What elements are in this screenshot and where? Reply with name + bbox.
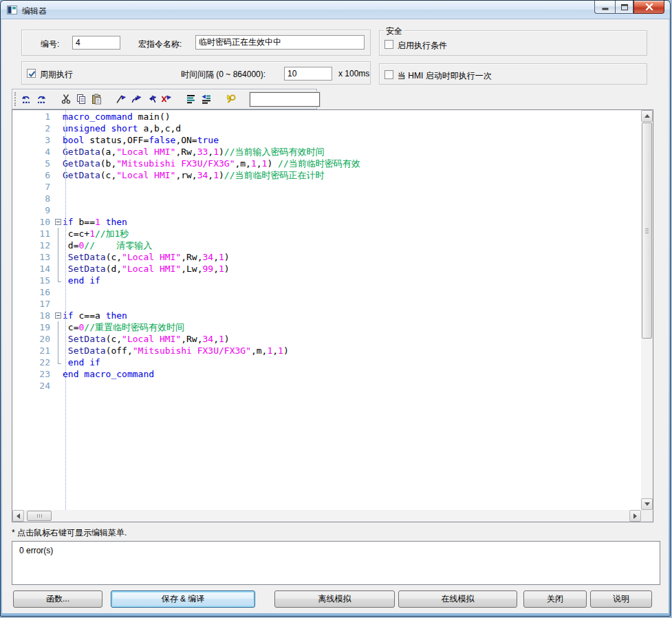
- line-number: 16: [12, 286, 50, 298]
- help-button[interactable]: 说明: [590, 590, 652, 608]
- line-number: 22: [12, 356, 50, 368]
- horizontal-scroll-thumb[interactable]: [27, 511, 52, 521]
- minimize-button[interactable]: [594, 1, 615, 14]
- run-on-startup-checkbox[interactable]: [384, 70, 393, 79]
- code-line[interactable]: 16: [12, 286, 641, 298]
- code-text: GetData(a,"Local HMI",Rw,33,1)//当前输入密码有效…: [63, 146, 324, 158]
- code-text: c=0//重置临时密码有效时间: [63, 321, 184, 333]
- code-line[interactable]: 21 SetData(off,"Mitsubishi FX3U/FX3G",m,…: [12, 345, 641, 356]
- scroll-up-button[interactable]: [641, 110, 653, 122]
- code-editor[interactable]: 1macro_command main()2unsigned short a,b…: [12, 109, 653, 522]
- horizontal-scrollbar[interactable]: [12, 510, 641, 522]
- code-line[interactable]: 12 d=0// 清零输入: [12, 239, 641, 251]
- toolbar-search-input[interactable]: [250, 92, 320, 107]
- bookmark-toggle-icon[interactable]: [113, 92, 129, 107]
- caption-buttons: [594, 1, 664, 14]
- bookmark-next-icon[interactable]: [129, 92, 144, 107]
- line-number: 3: [12, 134, 50, 146]
- code-line[interactable]: 9: [12, 204, 641, 216]
- line-number: 12: [12, 239, 50, 251]
- code-line[interactable]: 19 c=0//重置临时密码有效时间: [12, 321, 641, 333]
- interval-input[interactable]: [284, 67, 332, 81]
- line-number: 1: [12, 111, 50, 122]
- macro-name-input[interactable]: [195, 35, 365, 50]
- line-number: 6: [12, 169, 50, 181]
- format-indent-icon[interactable]: [184, 92, 199, 107]
- code-line[interactable]: 5GetData(b,"Mitsubishi FX3U/FX3G",m,1,1)…: [12, 158, 641, 169]
- redo-icon[interactable]: [34, 92, 49, 107]
- exec-condition-checkbox[interactable]: [384, 40, 393, 49]
- fold-cell: [54, 134, 63, 146]
- undo-icon[interactable]: [19, 92, 34, 107]
- code-line[interactable]: 4GetData(a,"Local HMI",Rw,33,1)//当前输入密码有…: [12, 146, 641, 158]
- fold-cell: [54, 204, 63, 216]
- titlebar[interactable]: 编辑器: [1, 1, 670, 19]
- exec-condition-label: 启用执行条件: [398, 40, 447, 52]
- online-sim-button[interactable]: 在线模拟: [398, 590, 517, 608]
- fold-cell: [54, 169, 63, 181]
- line-number: 18: [12, 310, 50, 321]
- code-text: SetData(off,"Mitsubishi FX3U/FX3G",m,1,1…: [63, 345, 289, 356]
- close-button[interactable]: [633, 1, 664, 14]
- maximize-button[interactable]: [615, 1, 633, 14]
- code-line[interactable]: 13 SetData(c,"Local HMI",Rw,34,1): [12, 251, 641, 263]
- cut-icon[interactable]: [58, 92, 74, 107]
- code-line[interactable]: 3bool status,OFF=false,ON=true: [12, 134, 641, 146]
- code-line[interactable]: 18−if c==a then: [12, 310, 641, 321]
- offline-sim-button[interactable]: 离线模拟: [274, 590, 395, 608]
- code-line[interactable]: 15 end if: [12, 275, 641, 286]
- security-group-label: 安全: [384, 25, 404, 37]
- fold-collapse-icon[interactable]: −: [55, 219, 61, 225]
- fold-cell: [54, 368, 63, 380]
- line-number: 19: [12, 321, 50, 333]
- compile-output-box[interactable]: 0 error(s): [12, 541, 660, 585]
- code-text: c=c+1//加1秒: [63, 228, 129, 239]
- periodic-checkbox[interactable]: [27, 69, 36, 78]
- code-line[interactable]: 6GetData(c,"Local HMI",rw,34,1)//当前临时密码正…: [12, 169, 641, 181]
- fold-cell: [54, 333, 63, 345]
- window-icon: [7, 6, 17, 14]
- code-line[interactable]: 23end macro_command: [12, 368, 641, 380]
- close-dialog-button[interactable]: 关闭: [523, 590, 587, 608]
- code-line[interactable]: 17: [12, 298, 641, 310]
- scroll-down-button[interactable]: [641, 498, 653, 510]
- fold-cell: [54, 263, 63, 275]
- fold-cell: [54, 356, 63, 368]
- code-line[interactable]: 2unsigned short a,b,c,d: [12, 122, 641, 134]
- code-line[interactable]: 14 SetData(d,"Local HMI",Lw,99,1): [12, 263, 641, 275]
- scroll-left-button[interactable]: [12, 510, 24, 522]
- code-line[interactable]: 24: [12, 380, 641, 392]
- line-number: 4: [12, 146, 50, 158]
- find-next-icon[interactable]: [224, 92, 239, 107]
- code-text: bool status,OFF=false,ON=true: [63, 134, 219, 146]
- paste-icon[interactable]: [89, 92, 104, 107]
- bookmark-clear-icon[interactable]: [159, 92, 174, 107]
- line-number: 14: [12, 263, 50, 275]
- hint-text: * 点击鼠标右键可显示编辑菜单.: [12, 527, 127, 539]
- fold-cell: [54, 275, 63, 286]
- vertical-scroll-thumb[interactable]: [642, 122, 652, 339]
- line-number: 11: [12, 228, 50, 239]
- vertical-scrollbar[interactable]: [641, 110, 653, 510]
- code-line[interactable]: 10−if b==1 then: [12, 216, 641, 228]
- code-line[interactable]: 7: [12, 181, 641, 193]
- format-outdent-icon[interactable]: [199, 92, 214, 107]
- code-line[interactable]: 11 c=c+1//加1秒: [12, 228, 641, 239]
- toolbar-grip[interactable]: [14, 92, 16, 106]
- close-icon: [645, 3, 653, 10]
- code-lines[interactable]: 1macro_command main()2unsigned short a,b…: [12, 111, 641, 510]
- scroll-right-button[interactable]: [629, 510, 641, 522]
- minimize-icon: [602, 4, 609, 10]
- fold-cell: [54, 298, 63, 310]
- code-line[interactable]: 1macro_command main(): [12, 111, 641, 122]
- fold-cell: [54, 193, 63, 204]
- function-button[interactable]: 函数...: [13, 590, 102, 608]
- save-compile-button[interactable]: 保存 & 编译: [111, 590, 255, 608]
- copy-icon[interactable]: [74, 92, 89, 107]
- fold-collapse-icon[interactable]: −: [55, 312, 61, 319]
- code-line[interactable]: 20 SetData(c,"Local HMI",Rw,34,1): [12, 333, 641, 345]
- code-line[interactable]: 8: [12, 193, 641, 204]
- code-line[interactable]: 22 end if: [12, 356, 641, 368]
- bookmark-prev-icon[interactable]: [144, 92, 159, 107]
- macro-id-input[interactable]: [72, 36, 120, 50]
